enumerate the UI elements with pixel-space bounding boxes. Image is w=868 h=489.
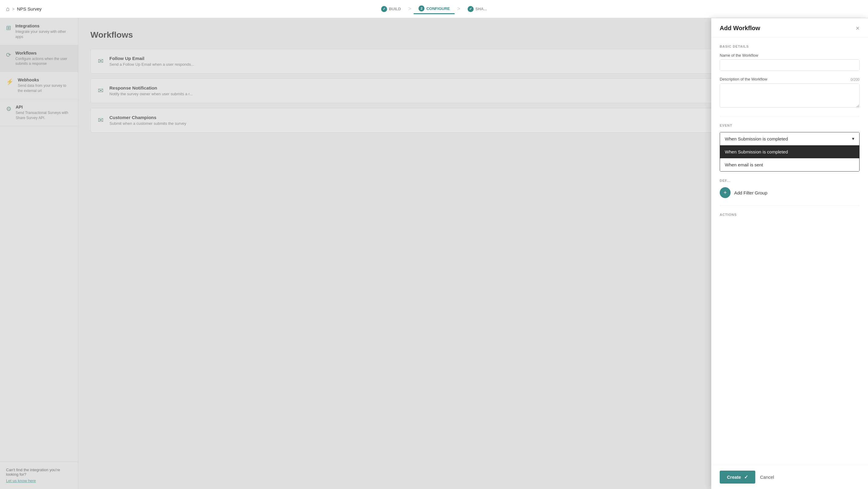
workflow-desc-textarea[interactable]: [720, 84, 860, 108]
event-dropdown-options: When Submission is completed When email …: [720, 145, 859, 171]
modal-header: Add Workflow ×: [711, 18, 868, 37]
step-sep-1: >: [408, 6, 411, 12]
event-option-submission-completed[interactable]: When Submission is completed: [720, 145, 859, 158]
event-dropdown-header[interactable]: When Submission is completed ▾: [720, 132, 859, 145]
step-share[interactable]: ✓ SHA...: [463, 4, 492, 14]
step-configure[interactable]: 2 CONFIGURE: [414, 4, 455, 14]
char-count: 0/200: [850, 78, 860, 82]
define-label: DEF...: [720, 179, 860, 182]
cancel-button[interactable]: Cancel: [760, 475, 774, 480]
modal-title: Add Workflow: [720, 25, 760, 32]
create-check-icon: ✓: [744, 474, 748, 480]
create-button[interactable]: Create ✓: [720, 470, 755, 484]
add-workflow-modal: Add Workflow × BASIC DETAILS Name of the…: [711, 18, 868, 489]
main-layout: ⊞ Integrations Integrate your survey wit…: [0, 18, 868, 489]
basic-details-label: BASIC DETAILS: [720, 44, 860, 48]
add-filter-group-button[interactable]: + Add Filter Group: [720, 187, 767, 198]
workflow-name-input[interactable]: [720, 59, 860, 71]
add-filter-icon: +: [720, 187, 731, 198]
modal-body: BASIC DETAILS Name of the Workflow Descr…: [711, 37, 868, 465]
workflow-desc-group: Description of the Workflow 0/200: [720, 76, 860, 109]
modal-footer: Create ✓ Cancel: [711, 465, 868, 489]
actions-section: ACTIONS: [720, 213, 860, 216]
step-configure-icon: 2: [418, 5, 425, 11]
top-nav: ⌂ > NPS Survey ✓ BUILD > 2 CONFIGURE > ✓…: [0, 0, 868, 18]
define-section: DEF... + Add Filter Group: [720, 179, 860, 198]
step-build-icon: ✓: [381, 6, 387, 12]
workflow-name-group: Name of the Workflow: [720, 53, 860, 71]
breadcrumb-sep: >: [12, 7, 14, 11]
workflow-desc-label: Description of the Workflow: [720, 77, 767, 82]
step-sep-2: >: [457, 6, 461, 12]
survey-name: NPS Survey: [17, 6, 41, 11]
nav-steps: ✓ BUILD > 2 CONFIGURE > ✓ SHA...: [376, 4, 492, 14]
event-option-email-sent[interactable]: When email is sent: [720, 158, 859, 171]
event-dropdown-value: When Submission is completed: [725, 136, 788, 142]
section-divider-1: [720, 116, 860, 116]
workflow-name-label: Name of the Workflow: [720, 53, 860, 58]
add-filter-label: Add Filter Group: [734, 190, 767, 195]
step-configure-label: CONFIGURE: [427, 6, 450, 11]
actions-label: ACTIONS: [720, 213, 860, 216]
home-icon[interactable]: ⌂: [6, 5, 10, 12]
event-dropdown: When Submission is completed ▾ When Subm…: [720, 132, 860, 172]
step-build-label: BUILD: [389, 7, 401, 11]
chevron-down-icon: ▾: [852, 136, 855, 142]
step-share-icon: ✓: [467, 6, 473, 12]
event-section: EVENT When Submission is completed ▾ Whe…: [720, 124, 860, 172]
step-share-label: SHA...: [475, 7, 487, 11]
step-build[interactable]: ✓ BUILD: [376, 4, 406, 14]
event-label: EVENT: [720, 124, 860, 127]
section-divider-2: [720, 205, 860, 206]
create-label: Create: [727, 475, 741, 480]
modal-close-button[interactable]: ×: [856, 25, 860, 32]
